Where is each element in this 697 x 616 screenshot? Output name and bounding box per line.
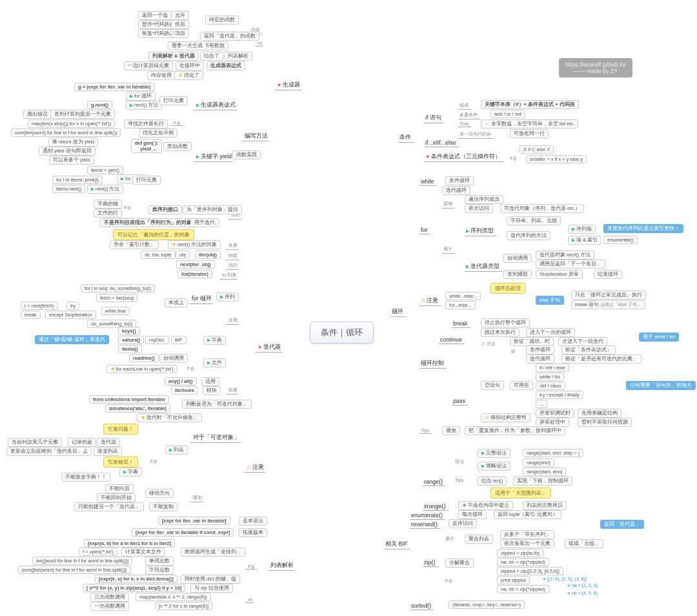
watermark: https://woaielf.github.io/ —— made by ZY [559, 58, 632, 77]
branch-elif: if...elif...else [424, 139, 459, 147]
leaf: 不能复制 [149, 502, 177, 511]
leaf: Tips [455, 478, 463, 482]
leaf: 分解聚合 [445, 559, 474, 568]
leaf: ★优化了 [174, 71, 203, 80]
leaf: len([word for line in f for word in line… [32, 557, 132, 565]
leaf: 允许 [171, 11, 189, 20]
leaf: items.next() [52, 185, 85, 193]
branch-conditions: 条件 [398, 132, 414, 143]
leaf: 改变列表 [94, 447, 122, 456]
note-return-iter: 返回「迭代器」 [600, 520, 644, 529]
leaf: 只在「循环正常完成后」执行 [571, 291, 646, 300]
leaf: str, list, tuple [141, 251, 176, 259]
leaf: 打印元素 [132, 176, 161, 185]
leaf: ▶列表 [165, 446, 188, 455]
leaf: next(iter_obj) [176, 260, 215, 269]
leaf: 只能创建另一个「迭代器」 [74, 502, 144, 511]
leaf: 依次访问 [465, 204, 493, 213]
leaf: 同时使用 dict 的键、值 [181, 575, 240, 584]
leaf: ←非零数值，非空字符串，非空 list etc. [481, 119, 578, 128]
leaf: try / except / finally [536, 391, 583, 399]
leaf: try [66, 302, 79, 310]
leaf: ★for eachLine in open('*.txt') [106, 365, 177, 373]
leaf: items = gen() [87, 166, 123, 174]
leaf: 条件循环 [445, 176, 474, 185]
branch-iterator: ★迭代器 [255, 342, 282, 353]
leaf: 调用后返回「下一个条目」 [536, 260, 605, 269]
leaf: ➜ [(1, 4), (2, 5), (3, 6)] [542, 577, 587, 582]
leaf: 自动调用 [503, 254, 532, 263]
leaf: 结合 len() [478, 477, 507, 486]
leaf: map(lambda x: x ** 2, range(6)) [136, 593, 211, 601]
leaf: 验证「是否还有可迭代的元素」 [561, 354, 641, 364]
leaf: ⚠注意 [481, 341, 496, 347]
leaf: 可放在同一行 [510, 129, 549, 138]
leaf: items() [118, 345, 142, 353]
leaf: 用于 [442, 245, 455, 254]
leaf: 验证「条件表达式」 [561, 345, 616, 354]
leaf: 组成「元组」 [565, 539, 603, 548]
leaf: 拓展版本 [239, 528, 267, 537]
leaf: 适用 [201, 377, 219, 386]
leaf: 把「重复操作」作为「参数」放到循环中 [465, 426, 565, 435]
leaf: for 循环 [189, 294, 213, 304]
leaf: to 列表 [219, 271, 237, 280]
leaf: list(iterator) [177, 270, 212, 278]
leaf: max(len(x.strip()) for x in open('*.txt'… [28, 119, 115, 128]
leaf: itertools [171, 386, 198, 395]
highlight-error: 引发错误！ [103, 457, 138, 467]
note-seq-faster: 直接迭代序列比通过索引更快！ [603, 224, 683, 233]
leaf: 反序访问 [449, 519, 477, 528]
leaf: range(end) [523, 458, 554, 467]
leaf: 可以有多个 yield [49, 156, 94, 165]
leaf: myDict. [145, 336, 169, 344]
leaf: ▶文件 [203, 358, 226, 367]
note-dict-iter: 通过「键/值/键-值对」来迭代 [35, 335, 109, 344]
leaf: zipped = zip(ta,tb) [497, 549, 543, 557]
leaf: zip() [423, 559, 438, 567]
leaf: 生成器表达式 [207, 61, 245, 70]
leaf: 与 zip 结合使用 [190, 584, 233, 593]
leaf: ▶生成器表达式 [194, 100, 237, 110]
leaf: e.g. [187, 365, 195, 370]
leaf: break [452, 320, 470, 328]
leaf: ... [536, 400, 547, 408]
leaf: while / for [536, 373, 564, 381]
leaf: [expr(k, v) for k, v in dict.items()] [95, 575, 177, 583]
leaf: ▶序列 [216, 293, 239, 302]
leaf: e.g. [124, 205, 132, 209]
leaf: 停止执行整个循环 [481, 318, 530, 327]
leaf: def / class [536, 382, 565, 390]
leaf: ★next() 方法的对象 [168, 240, 221, 249]
leaf: 并非「索引计数」 [110, 240, 159, 249]
leaf: i = next(fetch) [21, 302, 58, 310]
leaf: 才进入下一轮迭代 [558, 337, 607, 346]
leaf: 编写方法 [242, 131, 269, 141]
leaf: [expr for iter_var in iterable] [158, 517, 230, 525]
leaf: 将 return 改为 yield [48, 138, 98, 147]
leaf: 依次各取出一个元素 [500, 539, 554, 548]
leaf: fetch = iter(seq) [96, 294, 137, 302]
leaf: iter(obj) [195, 251, 221, 259]
leaf: reversed() [410, 520, 440, 529]
leaf: 当前到达第几个元素 [8, 438, 62, 447]
leaf: 限制 [190, 494, 203, 502]
leaf: 文件的行 [94, 209, 122, 218]
leaf: ▶for 循环 [126, 92, 156, 101]
leaf: 在循环中 [176, 61, 204, 70]
leaf: ▶简略语法 [478, 462, 510, 471]
leaf: 进入下一次的循环 [526, 328, 575, 337]
leaf: e.g. [510, 156, 518, 160]
leaf: g = (expr for iter_var in iterable) [74, 83, 155, 91]
leaf: ▶next() 方法 [126, 101, 162, 110]
leaf: pass [452, 397, 468, 406]
leaf: 内存使用 [147, 71, 176, 80]
root-node: 条件｜循环 [310, 322, 374, 344]
leaf: 结合了 [200, 52, 223, 61]
leaf: 单词总数 [145, 557, 174, 566]
leaf: range(start, end) [523, 467, 566, 476]
leaf: 更新会立刻反映到「迭代条目」上 [6, 447, 92, 456]
leaf: 多重条件 [458, 111, 480, 119]
leaf: from collections import Iterable [89, 395, 169, 404]
leaf: ▶next() 方法 [87, 185, 123, 194]
